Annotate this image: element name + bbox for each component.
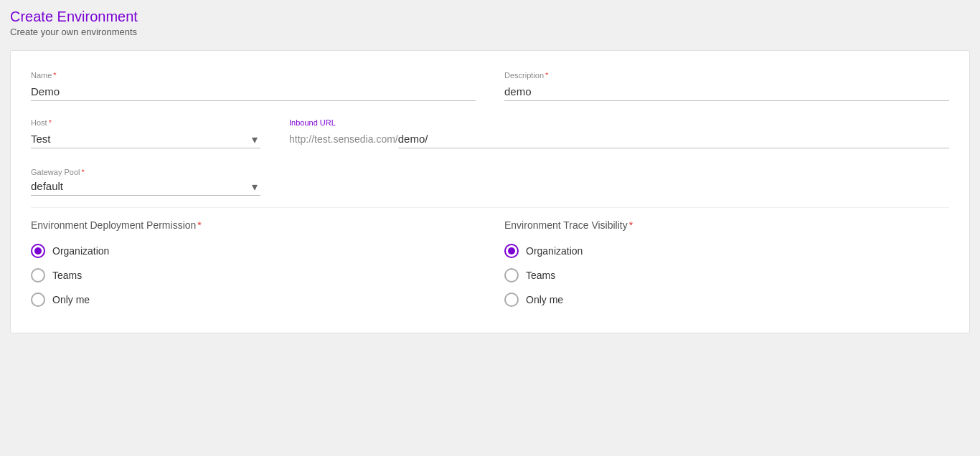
deployment-radio-group: Organization Teams Only me (31, 244, 476, 307)
trace-label-organization: Organization (526, 245, 583, 257)
description-input[interactable] (504, 82, 949, 101)
host-select-wrapper: Test Production Staging ▾ (31, 130, 260, 148)
host-select[interactable]: Test Production Staging (31, 130, 260, 148)
page-header: Create Environment Create your own envir… (0, 0, 980, 43)
deployment-label-teams: Teams (52, 270, 82, 281)
trace-label-teams: Teams (526, 270, 555, 281)
trace-option-organization[interactable]: Organization (504, 244, 949, 258)
inbound-url-label: Inbound URL (289, 118, 949, 127)
trace-label-only-me: Only me (526, 294, 563, 305)
gateway-row: Gateway Pool* default pool-1 pool-2 ▾ (31, 166, 949, 196)
trace-radio-only-me (504, 293, 519, 307)
name-input[interactable] (31, 82, 476, 101)
gateway-pool-select-wrapper: default pool-1 pool-2 ▾ (31, 177, 260, 196)
inbound-url-input[interactable] (398, 130, 949, 148)
gateway-pool-label: Gateway Pool* (31, 168, 85, 176)
inbound-url-field-group: Inbound URL http://test.sensedia.com/ (289, 118, 949, 148)
trace-visibility-section: Environment Trace Visibility* Organizati… (504, 219, 949, 307)
deployment-radio-teams (31, 268, 45, 282)
name-label: Name* (31, 71, 476, 80)
host-label: Host* (31, 118, 260, 127)
description-label: Description* (504, 71, 949, 80)
gateway-pool-select[interactable]: default pool-1 pool-2 (31, 177, 260, 195)
deployment-option-only-me[interactable]: Only me (31, 293, 476, 307)
permissions-row: Environment Deployment Permission* Organ… (31, 219, 949, 307)
host-url-row: Host* Test Production Staging ▾ Inbound … (31, 118, 949, 148)
divider (31, 207, 949, 208)
trace-radio-inner-organization (508, 247, 515, 255)
main-card: Name* Description* Host* Test Production… (10, 50, 970, 333)
deployment-label-only-me: Only me (52, 294, 90, 305)
deployment-option-teams[interactable]: Teams (31, 268, 476, 282)
trace-radio-teams (504, 268, 519, 282)
host-field-group: Host* Test Production Staging ▾ (31, 118, 260, 148)
deployment-permission-title: Environment Deployment Permission* (31, 219, 476, 231)
deployment-label-organization: Organization (52, 245, 109, 257)
trace-radio-organization (504, 244, 519, 258)
trace-visibility-title: Environment Trace Visibility* (504, 219, 949, 231)
description-field-group: Description* (504, 71, 949, 101)
deployment-permission-section: Environment Deployment Permission* Organ… (31, 219, 476, 307)
trace-radio-group: Organization Teams Only me (504, 244, 949, 307)
gateway-pool-field-group: Gateway Pool* default pool-1 pool-2 ▾ (31, 166, 260, 196)
deployment-radio-only-me (31, 293, 45, 307)
name-description-row: Name* Description* (31, 71, 949, 101)
inbound-url-row: http://test.sensedia.com/ (289, 130, 949, 148)
trace-option-teams[interactable]: Teams (504, 268, 949, 282)
name-field-group: Name* (31, 71, 476, 101)
page-subtitle: Create your own environments (10, 27, 970, 37)
deployment-option-organization[interactable]: Organization (31, 244, 476, 258)
deployment-radio-organization (31, 244, 45, 258)
page-title: Create Environment (10, 9, 970, 25)
trace-option-only-me[interactable]: Only me (504, 293, 949, 307)
inbound-url-prefix: http://test.sensedia.com/ (289, 133, 398, 148)
deployment-radio-inner-organization (34, 247, 42, 255)
